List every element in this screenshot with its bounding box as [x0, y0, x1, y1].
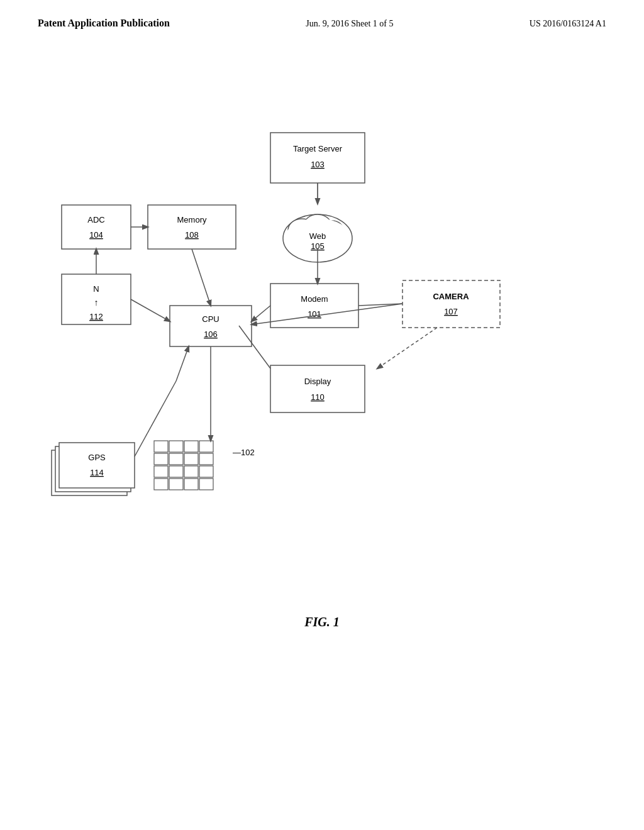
svg-rect-20 — [59, 443, 135, 488]
compass-n: N — [93, 284, 99, 294]
svg-rect-28 — [199, 453, 213, 465]
gps-label: GPS — [88, 453, 106, 462]
page-header: Patent Application Publication Jun. 9, 2… — [0, 0, 644, 29]
svg-rect-31 — [184, 466, 198, 477]
adc-id: 104 — [89, 230, 103, 240]
adc-label: ADC — [87, 215, 104, 224]
publication-type: Patent Application Publication — [38, 18, 170, 29]
svg-rect-23 — [184, 441, 198, 452]
svg-rect-13 — [148, 205, 236, 249]
svg-rect-25 — [154, 453, 168, 465]
svg-rect-26 — [169, 453, 183, 465]
svg-rect-12 — [402, 280, 500, 328]
svg-text:Web: Web — [309, 231, 326, 241]
diagram-area: Target Server 103 Web 105 Modem 101 CAME… — [0, 35, 644, 727]
svg-rect-34 — [169, 479, 183, 490]
svg-rect-29 — [154, 466, 168, 477]
modem-id: 101 — [308, 309, 321, 319]
display-id: 110 — [311, 392, 325, 402]
svg-rect-11 — [270, 284, 358, 328]
svg-rect-24 — [199, 441, 213, 452]
svg-rect-33 — [154, 479, 168, 490]
svg-rect-30 — [169, 466, 183, 477]
gps-id: 114 — [90, 468, 104, 477]
svg-rect-15 — [270, 365, 365, 412]
publication-date: Jun. 9, 2016 Sheet 1 of 5 — [306, 19, 393, 29]
compass-id: 112 — [89, 312, 103, 321]
svg-line-48 — [176, 346, 189, 381]
display-label: Display — [304, 377, 331, 386]
svg-rect-32 — [199, 466, 213, 477]
svg-line-39 — [252, 306, 270, 321]
svg-rect-16 — [62, 205, 131, 249]
svg-line-43 — [192, 249, 211, 306]
svg-rect-36 — [199, 479, 213, 490]
camera-label: CAMERA — [433, 292, 469, 301]
svg-line-50 — [239, 326, 270, 368]
svg-rect-21 — [154, 441, 168, 452]
memory-id: 108 — [185, 230, 199, 240]
figure-label: FIG. 1 — [304, 615, 340, 629]
target-server-id: 103 — [311, 160, 325, 169]
keyboard-node — [154, 441, 213, 490]
cpu-id: 106 — [204, 329, 218, 339]
keyboard-id-label: —102 — [233, 448, 255, 457]
svg-line-45 — [131, 299, 170, 321]
svg-rect-27 — [184, 453, 198, 465]
cpu-label: CPU — [202, 314, 219, 324]
svg-rect-35 — [184, 479, 198, 490]
svg-line-40 — [377, 328, 437, 368]
compass-arrow: ↑ — [94, 297, 99, 307]
modem-label: Modem — [301, 294, 328, 304]
svg-rect-0 — [270, 133, 365, 183]
target-server-label: Target Server — [293, 144, 343, 153]
publication-number: US 2016/0163124 A1 — [530, 19, 606, 29]
camera-id: 107 — [444, 307, 458, 316]
memory-label: Memory — [177, 215, 207, 224]
svg-rect-22 — [169, 441, 183, 452]
